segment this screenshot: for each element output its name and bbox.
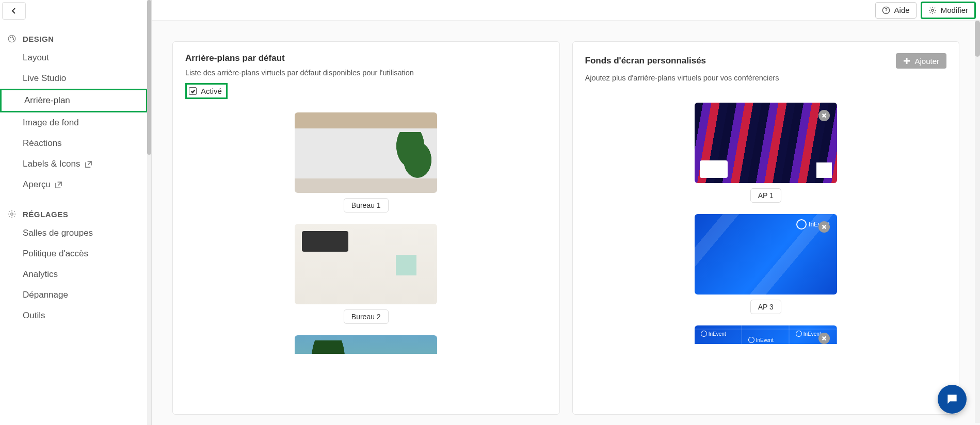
thumbnail-image <box>695 103 837 183</box>
thumbnail-label: Bureau 1 <box>344 198 389 213</box>
sidebar-item-layout[interactable]: Layout <box>0 47 148 68</box>
section-title: RÉGLAGES <box>23 210 68 219</box>
thumbnail-image <box>295 112 437 193</box>
sidebar-item-label: Salles de groupes <box>23 228 93 238</box>
section-header-reglages: RÉGLAGES <box>0 195 148 223</box>
chat-fab[interactable] <box>938 385 967 414</box>
inevent-mini-logo: InEvent <box>796 331 821 337</box>
sidebar-item-label: Arrière-plan <box>24 95 70 106</box>
thumbnail-image <box>295 335 437 354</box>
topbar: Aide Modifier <box>152 0 980 21</box>
svg-point-0 <box>8 35 15 42</box>
sidebar-item-apercu[interactable]: Aperçu <box>0 174 148 195</box>
sidebar-item-label: Labels & Icons <box>23 159 81 169</box>
sidebar-item-live-studio[interactable]: Live Studio <box>0 68 148 89</box>
external-link-icon <box>55 181 62 189</box>
sidebar-item-label: Dépannage <box>23 290 68 300</box>
sidebar: DESIGN Layout Live Studio Arrière-plan I… <box>0 0 152 425</box>
default-thumbnails: Bureau 1 Bureau 2 <box>185 112 547 354</box>
sidebar-item-analytics[interactable]: Analytics <box>0 264 148 285</box>
close-icon <box>822 113 827 118</box>
main: Aide Modifier Arrière-plans par défaut L… <box>152 0 980 425</box>
help-icon <box>882 6 890 14</box>
panel-description: Ajoutez plus d'arrière-plans virtuels po… <box>585 74 947 82</box>
sidebar-item-label: Politique d'accès <box>23 249 88 259</box>
help-button[interactable]: Aide <box>875 2 917 19</box>
svg-point-4 <box>11 213 13 216</box>
panel-header: Fonds d'écran personnalisés Ajouter <box>585 53 947 69</box>
external-link-icon <box>85 160 92 168</box>
svg-point-7 <box>931 9 934 11</box>
plus-icon <box>903 57 910 64</box>
sidebar-item-politique-acces[interactable]: Politique d'accès <box>0 243 148 264</box>
custom-bg-item[interactable]: AP 1 <box>695 103 837 203</box>
thumbnail-image: InEvent InEvent InEvent InEvent InEvent … <box>695 325 837 344</box>
app-root: DESIGN Layout Live Studio Arrière-plan I… <box>0 0 980 425</box>
modify-button[interactable]: Modifier <box>921 2 976 19</box>
button-label: Aide <box>894 6 910 14</box>
default-bg-item[interactable] <box>295 335 437 354</box>
content-scrollbar-thumb[interactable] <box>975 21 980 57</box>
add-button[interactable]: Ajouter <box>896 53 946 69</box>
remove-button[interactable] <box>818 333 830 344</box>
custom-thumbnails: AP 1 InEvent AP 3 InEvent <box>585 103 947 344</box>
sidebar-item-image-de-fond[interactable]: Image de fond <box>0 112 148 133</box>
custom-bg-item[interactable]: InEvent AP 3 <box>695 214 837 314</box>
inevent-mini-logo: InEvent <box>748 337 774 343</box>
button-label: Modifier <box>941 6 968 14</box>
panel-header: Arrière-plans par défaut <box>185 53 547 63</box>
gear-icon <box>928 6 937 14</box>
custom-backgrounds-panel: Fonds d'écran personnalisés Ajouter Ajou… <box>572 41 960 415</box>
sidebar-item-reactions[interactable]: Réactions <box>0 133 148 154</box>
button-label: Ajouter <box>914 57 939 66</box>
remove-button[interactable] <box>818 221 830 233</box>
inevent-mini-logo: InEvent <box>701 331 726 337</box>
sidebar-item-labels-icons[interactable]: Labels & Icons <box>0 154 148 174</box>
close-icon <box>822 336 827 341</box>
sidebar-item-outils[interactable]: Outils <box>0 305 148 326</box>
panel-description: Liste des arrière-plans virtuels par déf… <box>185 69 547 77</box>
content-scrollbar-track[interactable] <box>975 21 980 423</box>
sidebar-item-salles-de-groupes[interactable]: Salles de groupes <box>0 223 148 243</box>
sidebar-scroll[interactable]: DESIGN Layout Live Studio Arrière-plan I… <box>0 0 148 425</box>
sidebar-item-label: Layout <box>23 53 49 63</box>
svg-point-1 <box>10 37 11 38</box>
svg-point-6 <box>886 11 886 12</box>
sidebar-item-label: Aperçu <box>23 179 51 190</box>
section-header-design: DESIGN <box>0 20 148 47</box>
sidebar-scrollbar-thumb[interactable] <box>147 0 151 155</box>
sidebar-item-label: Analytics <box>23 269 58 280</box>
close-icon <box>822 224 827 230</box>
sidebar-item-depannage[interactable]: Dépannage <box>0 285 148 305</box>
thumbnail-label: AP 3 <box>750 300 781 314</box>
default-bg-item[interactable]: Bureau 2 <box>295 224 437 324</box>
sidebar-item-arriere-plan[interactable]: Arrière-plan <box>0 89 148 112</box>
thumbnail-image <box>295 224 437 304</box>
thumbnail-label: AP 1 <box>750 188 781 203</box>
checkbox-label: Activé <box>201 87 222 95</box>
chevron-left-icon <box>11 7 17 14</box>
custom-bg-item[interactable]: InEvent InEvent InEvent InEvent InEvent … <box>695 325 837 344</box>
remove-button[interactable] <box>818 110 830 121</box>
back-button[interactable] <box>2 2 26 20</box>
svg-point-2 <box>12 37 13 38</box>
sidebar-scrollbar-track[interactable] <box>147 0 151 425</box>
palette-icon <box>7 34 17 43</box>
sidebar-item-label: Live Studio <box>23 73 66 84</box>
sidebar-item-label: Image de fond <box>23 118 79 128</box>
thumbnail-label: Bureau 2 <box>344 309 389 324</box>
chat-icon <box>945 393 959 406</box>
sidebar-item-label: Réactions <box>23 138 62 149</box>
content-area[interactable]: Arrière-plans par défaut Liste des arriè… <box>152 21 980 425</box>
panel-title: Fonds d'écran personnalisés <box>585 56 706 66</box>
checkbox-icon <box>189 87 197 95</box>
default-bg-item[interactable]: Bureau 1 <box>295 112 437 213</box>
gear-icon <box>7 209 17 219</box>
panel-title: Arrière-plans par défaut <box>185 53 285 63</box>
sidebar-item-label: Outils <box>23 310 45 321</box>
enabled-checkbox[interactable]: Activé <box>185 83 228 99</box>
section-title: DESIGN <box>23 35 54 43</box>
svg-point-3 <box>13 39 14 40</box>
thumbnail-image: InEvent <box>695 214 837 295</box>
default-backgrounds-panel: Arrière-plans par défaut Liste des arriè… <box>172 41 560 415</box>
